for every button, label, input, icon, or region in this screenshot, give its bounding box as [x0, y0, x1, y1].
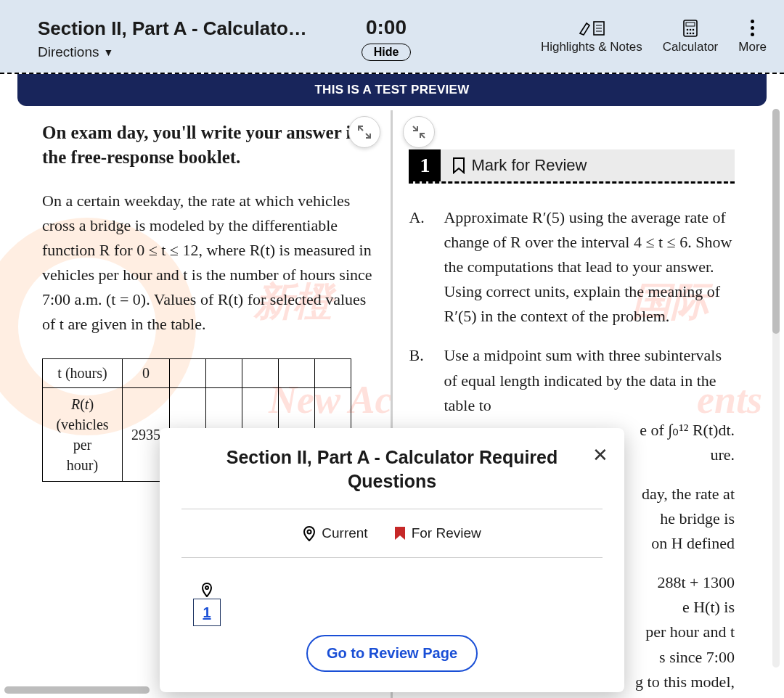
vertical-scrollbar[interactable] [772, 109, 780, 668]
svg-point-13 [205, 586, 208, 589]
question-nav-item[interactable]: 1 [193, 583, 221, 626]
go-to-review-button[interactable]: Go to Review Page [306, 635, 478, 672]
directions-dropdown[interactable]: Directions ▼ [38, 44, 343, 60]
table-cell: 0 [123, 359, 170, 388]
close-button[interactable]: ✕ [592, 444, 608, 467]
part-letter: A. [409, 205, 430, 329]
svg-rect-5 [686, 22, 695, 26]
scrollbar-thumb[interactable] [772, 109, 780, 334]
bookmark-filled-icon [394, 526, 406, 541]
stimulus-heading: On exam day, you'll write your answer in… [42, 120, 377, 170]
calculator-icon [683, 20, 698, 37]
collapse-question-button[interactable] [403, 116, 435, 148]
svg-point-12 [308, 530, 311, 534]
popover-title: Section II, Part A - Calculator Required… [181, 446, 603, 493]
bookmark-icon [452, 157, 465, 174]
question-number: 1 [409, 149, 441, 181]
question-header-bar: 1 Mark for Review [409, 149, 735, 184]
directions-label: Directions [38, 44, 99, 60]
horizontal-scrollbar[interactable] [4, 686, 150, 694]
hide-timer-button[interactable]: Hide [362, 44, 412, 61]
part-text: Approximate R′(5) using the average rate… [444, 205, 735, 329]
header: Section II, Part A - Calculator Req… Dir… [0, 0, 784, 73]
location-pin-icon [303, 525, 316, 541]
legend-current-label: Current [322, 525, 367, 541]
svg-point-6 [687, 29, 689, 31]
question-navigator-popover: ✕ Section II, Part A - Calculator Requir… [160, 428, 624, 692]
svg-point-9 [687, 33, 689, 35]
table-row: t (hours) 0 [43, 359, 351, 388]
timer: 0:00 [343, 16, 430, 39]
svg-point-10 [690, 33, 692, 35]
highlighter-icon [578, 20, 605, 36]
mark-for-review-button[interactable]: Mark for Review [452, 156, 587, 175]
highlights-notes-button[interactable]: Highlights & Notes [541, 20, 642, 54]
expand-icon [357, 125, 372, 139]
legend-review-label: For Review [412, 525, 481, 541]
problem-text: On a certain weekday, the rate at which … [42, 189, 377, 337]
svg-point-8 [693, 29, 695, 31]
more-button[interactable]: More [738, 20, 767, 54]
calculator-button[interactable]: Calculator [663, 20, 719, 54]
row-header: t (hours) [43, 359, 123, 388]
location-pin-icon [200, 583, 213, 597]
section-title: Section II, Part A - Calculator Req… [38, 17, 314, 40]
popover-legend: Current For Review [181, 525, 603, 541]
question-nav-number[interactable]: 1 [193, 599, 221, 626]
svg-point-7 [690, 29, 692, 31]
question-part: A. Approximate R′(5) using the average r… [409, 205, 735, 329]
preview-banner: THIS IS A TEST PREVIEW [17, 74, 767, 106]
row-header: R(t)(vehiclesperhour) [43, 388, 123, 482]
chevron-down-icon: ▼ [103, 46, 113, 58]
collapse-icon [412, 125, 426, 139]
more-icon [751, 20, 754, 37]
svg-point-11 [693, 33, 695, 35]
